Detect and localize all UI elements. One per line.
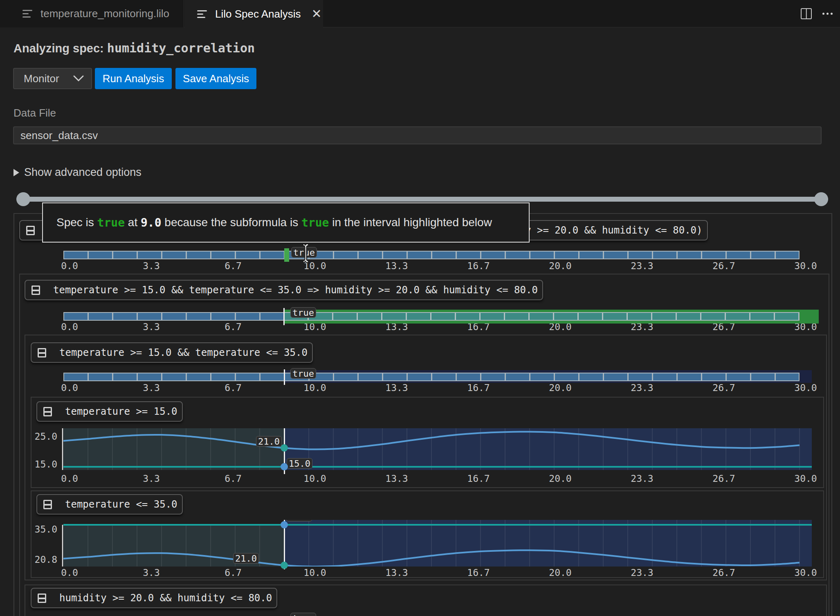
slider-handle-right[interactable] [814,192,828,206]
ibeam-mouse-cursor [300,243,312,264]
data-file-label: Data File [13,107,56,119]
tooltip-true-keyword: true [97,216,125,229]
collapse-icon[interactable] [31,286,40,295]
true-label: true [290,368,316,379]
run-analysis-button[interactable]: Run Analysis [95,68,172,89]
advanced-options-toggle[interactable]: Show advanced options [13,166,141,179]
time-range-slider-track[interactable] [16,197,828,202]
tooltip-time-value: 9.0 [141,216,162,229]
true-label: true [290,613,316,616]
formula-legend-temp-ge[interactable]: temperature >= 15.0 [36,401,183,422]
formula-legend-temp-le[interactable]: temperature <= 35.0 [36,494,183,515]
time-axis-tick: 30.0 [794,567,817,578]
time-axis-tick: 3.3 [143,382,160,393]
time-axis-tick: 30.0 [794,261,817,271]
chart-canvas [59,428,812,470]
mode-select-value: Monitor [24,72,59,85]
tab-actions [801,0,833,27]
file-lines-icon [197,8,208,20]
save-analysis-button[interactable]: Save Analysis [175,68,256,89]
evaluation-cursor [283,308,285,325]
time-axis-tick: 0.0 [61,473,78,484]
collapse-icon[interactable] [43,407,52,416]
collapse-icon[interactable] [38,594,46,603]
time-axis-tick: 3.3 [143,473,160,484]
tab-temperature-monitoring[interactable]: temperature_monitoring.lilo [0,0,184,27]
time-axis-tick: 6.7 [225,567,242,578]
split-editor-icon[interactable] [801,8,812,19]
tab-label: Lilo Spec Analysis [215,8,301,20]
time-axis-tick: 16.7 [467,382,490,393]
time-axis-tick: 20.0 [549,382,571,393]
chart-bg-highlight-window [284,428,812,470]
time-axis-tick: 30.0 [794,473,817,484]
time-axis-tick: 23.3 [631,261,653,271]
time-axis-tick: 16.7 [467,261,490,271]
tooltip-text: Spec is [56,216,97,229]
page-title: Analyzing spec: humidity_correlation [13,41,255,55]
formula-legend-conjunction[interactable]: temperature >= 15.0 && temperature <= 35… [31,342,313,363]
slider-handle-left[interactable] [16,192,30,206]
time-axis-tick: 26.7 [712,261,735,271]
time-axis-tick: 23.3 [631,567,653,578]
mode-select[interactable]: Monitor [13,68,92,89]
time-axis-tick: 23.3 [631,382,653,393]
time-axis-tick: 6.7 [225,382,242,393]
time-axis-tick: 26.7 [712,473,735,484]
time-axis-tick: 10.0 [303,382,326,393]
more-actions-icon[interactable] [822,13,833,15]
time-axis-tick: 0.0 [61,382,78,393]
time-axis-tick: 13.3 [385,382,408,393]
collapse-icon[interactable] [26,226,35,235]
formula-legend-humidity-conj[interactable]: humidity >= 20.0 && humidity <= 80.0 [31,588,277,608]
tooltip-text: because the subformula is [162,216,301,229]
timeline-bar-conjunction [63,373,800,381]
cursor-dot-curve [281,562,288,569]
time-axis-tick: 3.3 [143,567,160,578]
collapse-icon[interactable] [38,348,46,357]
tab-bar: temperature_monitoring.lilo Lilo Spec An… [0,0,840,27]
time-axis-tick: 20.0 [549,473,571,484]
spec-name: humidity_correlation [107,41,255,55]
time-axis-tick: 3.3 [143,261,160,271]
chart-bg-highlight-window [284,520,812,567]
time-axis-tick: 6.7 [225,473,242,484]
cursor-dot-threshold [281,521,288,528]
time-axis-tick: 30.0 [794,382,817,393]
cursor-value-label: 35.0 [286,520,312,522]
cursor-value-label: 21.0 [233,553,259,564]
time-axis-tick: 23.3 [631,473,653,484]
data-file-input[interactable] [13,126,822,144]
time-axis-tick: 20.0 [549,261,571,271]
time-axis-tick: 0.0 [61,261,78,271]
formula-text: temperature >= 15.0 [65,406,177,417]
time-axis-tick: 26.7 [712,567,735,578]
time-axis-tick: 16.7 [467,567,490,578]
bar-segments-true [284,313,799,320]
time-axis-tick: 13.3 [385,567,408,578]
formula-text: temperature >= 15.0 && temperature <= 35… [53,284,538,296]
y-axis-tick: 20.8 [25,554,57,565]
time-axis-tick: 10.0 [303,567,326,578]
time-axis-tick: 26.7 [712,382,735,393]
file-lines-icon [22,8,33,20]
formula-text: temperature <= 35.0 [65,499,177,510]
spec-result-tooltip: Spec is true at 9.0 because the subformu… [42,202,530,243]
time-axis-tick: 10.0 [303,473,326,484]
time-axis-tick: 6.7 [225,261,242,271]
cursor-value-label: 15.0 [287,458,312,469]
tab-lilo-spec-analysis[interactable]: Lilo Spec Analysis ✕ [184,0,323,28]
triangle-right-icon [13,169,19,176]
formula-legend-implication[interactable]: temperature >= 15.0 && temperature <= 35… [25,280,543,300]
time-axis-tick: 0.0 [61,321,78,332]
evaluation-cursor [284,369,285,385]
formula-text: humidity >= 20.0 && humidity <= 80.0 [59,592,272,604]
tooltip-true-keyword: true [301,216,329,229]
time-axis-tick: 3.3 [143,321,160,332]
collapse-icon[interactable] [43,500,52,509]
close-icon[interactable]: ✕ [312,8,322,20]
bar-true-segments [64,373,799,380]
timeline-bar-spec-root [63,251,800,259]
formula-text: temperature >= 15.0 && temperature <= 35… [59,347,308,358]
time-axis-tick: 6.7 [225,321,242,332]
